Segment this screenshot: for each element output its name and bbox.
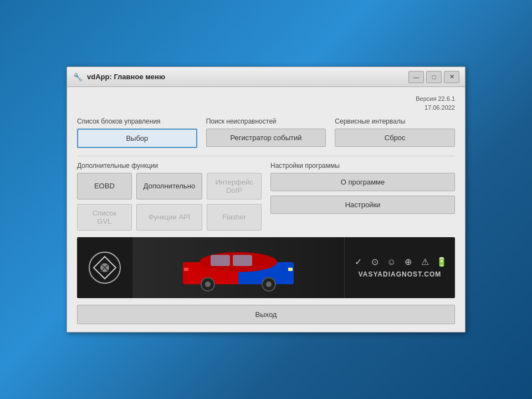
additional-button[interactable]: Дополнительно bbox=[136, 173, 203, 200]
window-controls: — □ ✕ bbox=[408, 71, 459, 83]
section-blocks: Список блоков управления Выбор bbox=[77, 117, 197, 148]
version-line2: 17.06.2022 bbox=[77, 104, 455, 112]
banner-car-image bbox=[132, 237, 344, 298]
main-window: 🔧 vdApp: Главное меню — □ ✕ Версия 22.6.… bbox=[66, 66, 466, 332]
window-body: Версия 22.6.1 17.06.2022 Список блоков у… bbox=[67, 87, 465, 332]
version-info: Версия 22.6.1 17.06.2022 bbox=[77, 95, 455, 112]
svg-rect-11 bbox=[184, 268, 188, 271]
divider-1 bbox=[77, 156, 455, 156]
warning-icon: ⚠ bbox=[419, 257, 431, 267]
title-bar: 🔧 vdApp: Главное меню — □ ✕ bbox=[67, 67, 465, 87]
flasher-button: Flasher bbox=[207, 204, 262, 231]
section-settings-label: Настройки программы bbox=[270, 162, 455, 170]
svg-rect-5 bbox=[233, 255, 252, 266]
svg-rect-10 bbox=[288, 268, 293, 271]
reset-button[interactable]: Сброс bbox=[335, 129, 455, 147]
banner-right: ✓ ⊙ ☺ ⊕ ⚠ 🔋 VASYADIAGNOST.COM bbox=[344, 237, 455, 298]
minimize-button[interactable]: — bbox=[408, 71, 424, 83]
section-blocks-label: Список блоков управления bbox=[77, 117, 197, 125]
bottom-sections-row: Дополнительные функции EOBD Дополнительн… bbox=[77, 162, 455, 231]
svg-point-9 bbox=[266, 282, 272, 287]
section-additional: Дополнительные функции EOBD Дополнительн… bbox=[77, 162, 262, 231]
settings-button[interactable]: Настройки bbox=[270, 196, 455, 214]
event-logger-button[interactable]: Регистратор событий bbox=[206, 129, 326, 147]
window-title: vdApp: Главное меню bbox=[87, 73, 408, 81]
section-additional-label: Дополнительные функции bbox=[77, 162, 262, 170]
doip-button: Интерфейс DoIP bbox=[207, 173, 262, 200]
person-icon: ☺ bbox=[386, 257, 398, 267]
section-faults: Поиск неисправностей Регистратор событий bbox=[206, 117, 326, 148]
eobd-button[interactable]: EOBD bbox=[77, 173, 132, 200]
banner-left bbox=[77, 237, 132, 298]
section-settings: Настройки программы О программе Настройк… bbox=[270, 162, 455, 231]
exit-button[interactable]: Выход bbox=[77, 305, 455, 324]
select-button[interactable]: Выбор bbox=[77, 129, 197, 148]
about-button[interactable]: О программе bbox=[270, 173, 455, 191]
additional-buttons-grid: EOBD Дополнительно Интерфейс DoIP Список… bbox=[77, 173, 262, 231]
section-faults-label: Поиск неисправностей bbox=[206, 117, 326, 125]
car-svg bbox=[172, 243, 305, 293]
version-line1: Версия 22.6.1 bbox=[77, 95, 455, 103]
check-icon: ✓ bbox=[352, 257, 365, 267]
steering-icon: ⊕ bbox=[402, 257, 415, 267]
gvl-button: Список GVL bbox=[77, 204, 132, 231]
close-button[interactable]: ✕ bbox=[444, 71, 459, 83]
banner: ✓ ⊙ ☺ ⊕ ⚠ 🔋 VASYADIAGNOST.COM bbox=[77, 237, 455, 298]
maximize-button[interactable]: □ bbox=[426, 71, 442, 83]
battery-icon: 🔋 bbox=[436, 257, 448, 267]
section-service: Сервисные интервалы Сброс bbox=[335, 117, 455, 148]
api-button: Функции API bbox=[136, 204, 203, 231]
svg-point-7 bbox=[205, 282, 211, 287]
exit-row: Выход bbox=[77, 305, 455, 324]
brand-logo-icon bbox=[88, 251, 121, 284]
top-sections-row: Список блоков управления Выбор Поиск неи… bbox=[77, 117, 455, 148]
section-service-label: Сервисные интервалы bbox=[335, 117, 455, 125]
banner-domain-text: VASYADIAGNOST.COM bbox=[359, 270, 442, 278]
abs-icon: ⊙ bbox=[369, 257, 381, 267]
app-icon: 🔧 bbox=[73, 72, 83, 82]
banner-icons-row: ✓ ⊙ ☺ ⊕ ⚠ 🔋 bbox=[352, 257, 448, 267]
svg-rect-4 bbox=[211, 255, 230, 266]
